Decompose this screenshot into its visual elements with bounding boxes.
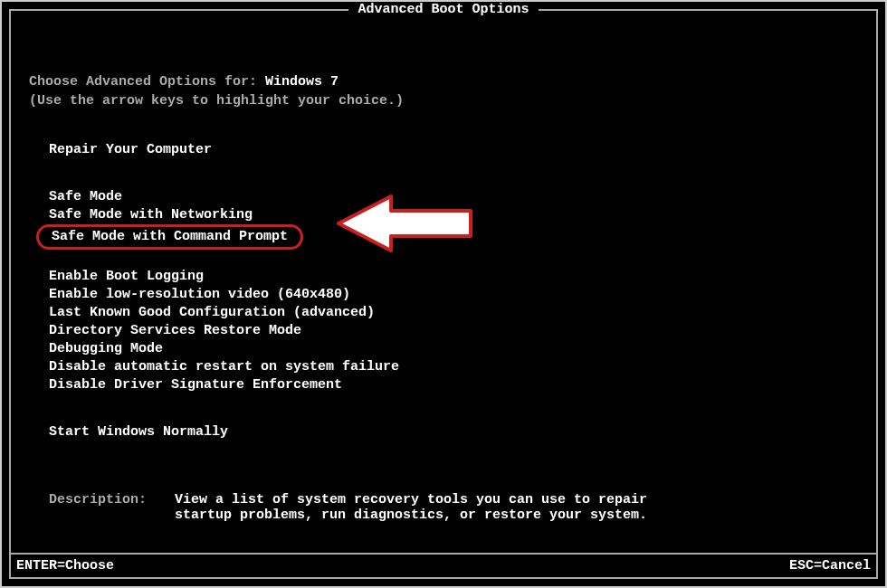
page-title: Advanced Boot Options: [348, 2, 538, 17]
description-label: Description:: [49, 492, 167, 507]
option-no-auto-restart[interactable]: Disable automatic restart on system fail…: [49, 358, 858, 376]
option-no-driver-sig[interactable]: Disable Driver Signature Enforcement: [49, 376, 858, 394]
option-lkgc[interactable]: Last Known Good Configuration (advanced): [49, 304, 858, 322]
footer-enter-hint: ENTER=Choose: [16, 558, 114, 574]
prompt-prefix: Choose Advanced Options for:: [29, 74, 265, 90]
footer-esc-hint: ESC=Cancel: [789, 558, 871, 574]
prompt-hint: (Use the arrow keys to highlight your ch…: [29, 93, 858, 109]
option-safe-mode-networking[interactable]: Safe Mode with Networking: [49, 206, 858, 224]
option-repair[interactable]: Repair Your Computer: [49, 141, 858, 159]
footer-bar: ENTER=Choose ESC=Cancel: [9, 553, 878, 579]
description-text: View a list of system recovery tools you…: [175, 492, 682, 523]
option-dsrm[interactable]: Directory Services Restore Mode: [49, 322, 858, 340]
option-boot-logging[interactable]: Enable Boot Logging: [49, 268, 858, 286]
option-safe-mode-cmd-highlighted[interactable]: Safe Mode with Command Prompt: [36, 224, 303, 250]
prompt-os: Windows 7: [265, 74, 339, 90]
option-debug[interactable]: Debugging Mode: [49, 340, 858, 358]
option-start-normally[interactable]: Start Windows Normally: [49, 423, 858, 441]
option-low-res[interactable]: Enable low-resolution video (640x480): [49, 286, 858, 304]
option-safe-mode[interactable]: Safe Mode: [49, 188, 858, 206]
